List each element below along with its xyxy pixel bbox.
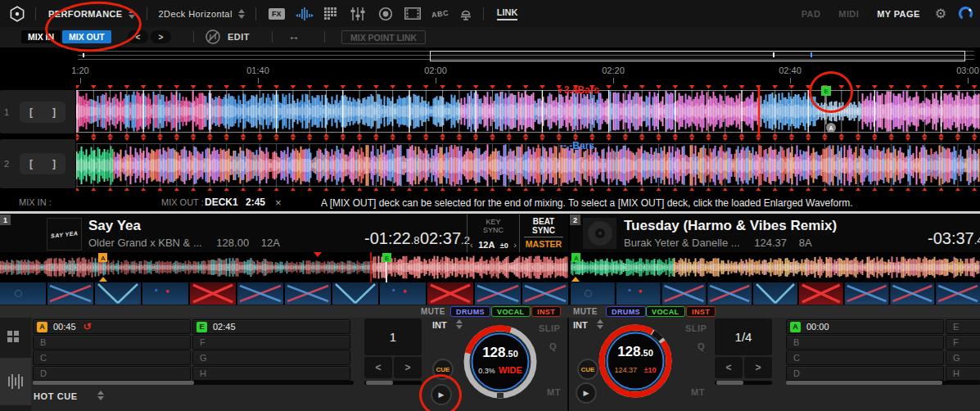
rec-panel-icon[interactable] <box>378 7 393 21</box>
video-panel-icon[interactable] <box>404 7 421 20</box>
minimap-position-tick <box>773 52 775 57</box>
key-sync-offset: ±0 <box>500 242 508 250</box>
minimap-view-box[interactable] <box>430 51 965 61</box>
mix-out-clear-button[interactable]: × <box>275 196 282 209</box>
lighting-panel-icon[interactable] <box>459 7 472 20</box>
divider <box>272 31 273 43</box>
timeline-label: 01:40 <box>246 65 269 75</box>
deck1-preview-waveform[interactable] <box>0 252 568 282</box>
deck1-loop-brackets[interactable]: [ ] <box>20 102 65 123</box>
link-button[interactable]: LINK <box>497 7 518 20</box>
deck1-beat-jump-fwd-button[interactable]: > <box>394 357 422 378</box>
deck1-beat-jump-value: 1 <box>364 318 422 355</box>
hot-cue-E[interactable]: E02:45 <box>192 319 350 334</box>
hot-cue-E[interactable]: E <box>946 319 980 334</box>
pad-button[interactable]: PAD <box>802 9 821 19</box>
loop-out-button[interactable]: ] <box>52 158 56 169</box>
sidebar-active-tile[interactable] <box>0 358 31 405</box>
edit-button[interactable]: EDIT <box>228 32 250 42</box>
hot-cue-B[interactable]: B <box>786 335 944 350</box>
deck2-enlarged-waveform[interactable] <box>76 136 980 192</box>
hot-cue-F[interactable]: F <box>946 335 980 350</box>
deck2-cue-button[interactable]: CUE <box>577 359 598 380</box>
deck2-int-mode[interactable]: INT <box>573 320 588 330</box>
settings-gear-icon[interactable]: ⚙ <box>935 6 946 21</box>
hot-cue-C[interactable]: C <box>786 350 944 365</box>
hot-cue-G[interactable]: G <box>192 350 350 365</box>
deck2-beat-jump-fwd-button[interactable]: > <box>744 357 772 378</box>
key-sync-prev-icon[interactable]: ‹ <box>470 240 473 250</box>
deck1-stem-inst-button[interactable]: INST <box>531 306 561 317</box>
rekordbox-logo-icon[interactable] <box>9 6 25 22</box>
hot-cue-B[interactable]: B <box>33 335 191 350</box>
sampler-panel-icon[interactable] <box>324 7 338 20</box>
timeline-tick <box>80 78 81 84</box>
deck1-slip-label[interactable]: SLIP <box>539 323 560 333</box>
my-page-button[interactable]: MY PAGE <box>877 9 920 19</box>
deck1-stem-vocal-button[interactable]: VOCAL <box>491 306 531 317</box>
deck2-stem-inst-button[interactable]: INST <box>686 306 716 317</box>
mix-point-next-button[interactable]: > <box>151 30 171 43</box>
mix-point-link-button[interactable]: MIX POINT LINK <box>341 30 426 44</box>
deck2-stem-vocal-button[interactable]: VOCAL <box>646 306 685 317</box>
layout-chevrons-icon[interactable] <box>238 9 245 19</box>
loop-in-button[interactable]: [ <box>29 106 33 118</box>
deck1-int-mode[interactable]: INT <box>432 320 447 330</box>
hot-cue-G[interactable]: G <box>946 350 980 365</box>
deck1-beat-jump-scrollbar[interactable] <box>364 381 422 385</box>
bars-count-red-label: ▼3.4Bars <box>557 84 599 96</box>
deck2-q-label[interactable]: Q <box>698 341 705 351</box>
deck2-slip-label[interactable]: SLIP <box>685 323 707 333</box>
hot-cue-D[interactable]: D <box>33 366 191 381</box>
fx-panel-icon[interactable]: FX <box>269 8 285 20</box>
pad-grid-icon[interactable] <box>7 331 19 342</box>
bars-marker-icon: ▼ <box>557 87 564 95</box>
deck1-time-elapsed: 02:37.2 <box>420 229 470 248</box>
mixer-panel-icon[interactable] <box>350 7 367 20</box>
deck1-int-chevrons-icon[interactable] <box>456 319 463 329</box>
loop-in-button[interactable]: [ <box>29 158 33 169</box>
key-sync-next-icon[interactable]: › <box>513 240 517 250</box>
hot-cue-badge: A <box>37 322 47 332</box>
deck2-preview-waveform[interactable] <box>571 252 980 282</box>
deck2-beat-jump-back-button[interactable]: < <box>715 357 743 378</box>
hot-cue-C[interactable]: C <box>33 350 191 365</box>
hot-cue-A[interactable]: A00:45↺ <box>33 319 191 334</box>
hot-cue-letter: H <box>200 368 206 378</box>
deck2-hot-cue-scrollbar[interactable] <box>786 381 980 385</box>
deck1-stem-drums-button[interactable]: DRUMS <box>450 306 490 317</box>
deck1-beat-sync[interactable]: BEAT SYNC MASTER <box>519 215 568 252</box>
pad-mode-label[interactable]: HOT CUE <box>34 391 78 401</box>
loop-out-button[interactable]: ] <box>52 106 56 118</box>
hot-cue-letter: E <box>953 322 959 332</box>
hot-cue-letter: C <box>793 353 800 363</box>
deck1-hot-cue-scrollbar[interactable] <box>33 381 354 385</box>
hot-cue-A[interactable]: A00:00 <box>786 319 944 334</box>
hot-cue-H[interactable]: H <box>946 366 980 381</box>
deck1-mt-label[interactable]: MT <box>547 387 561 397</box>
hot-cue-H[interactable]: H <box>192 366 350 381</box>
grid-edit-disabled-icon[interactable] <box>205 29 221 48</box>
hot-cue-F[interactable]: F <box>192 335 350 350</box>
deck2-stem-drums-button[interactable]: DRUMS <box>606 306 646 317</box>
deck1-beat-jump-back-button[interactable]: < <box>364 357 392 378</box>
deck1-jog-bpm: 128.50 <box>463 345 538 361</box>
deck1-key-sync[interactable]: KEY SYNC ‹ 12A ±0 › <box>467 215 520 252</box>
expand-width-icon[interactable]: ↔ <box>288 29 300 43</box>
deck2-loop-brackets[interactable]: [ ] <box>20 153 65 174</box>
deck2-beat-jump-scrollbar[interactable] <box>715 381 772 385</box>
hot-cue-D[interactable]: D <box>786 366 944 381</box>
deck2-play-button[interactable]: ▶ <box>576 382 597 404</box>
lyric-panel-icon[interactable]: ABC <box>431 8 449 19</box>
stem-mute-row: MUTE DRUMS VOCAL INST MUTE DRUMS VOCAL I… <box>0 305 980 318</box>
layout-selector[interactable]: 2Deck Horizontal <box>159 9 233 19</box>
track-minimap[interactable] <box>78 51 974 61</box>
pad-mode-chevrons-icon[interactable] <box>97 391 104 400</box>
deck1-q-label[interactable]: Q <box>549 341 557 351</box>
midi-button[interactable]: MIDI <box>838 9 859 19</box>
enlarged-waveform-icon[interactable] <box>296 7 314 20</box>
timeline-label: 02:40 <box>779 65 802 75</box>
deck1-number-badge: 1 <box>0 215 11 225</box>
deck2-mt-label[interactable]: MT <box>691 387 705 397</box>
deck2-beat-jump-value: 1/4 <box>715 318 772 355</box>
